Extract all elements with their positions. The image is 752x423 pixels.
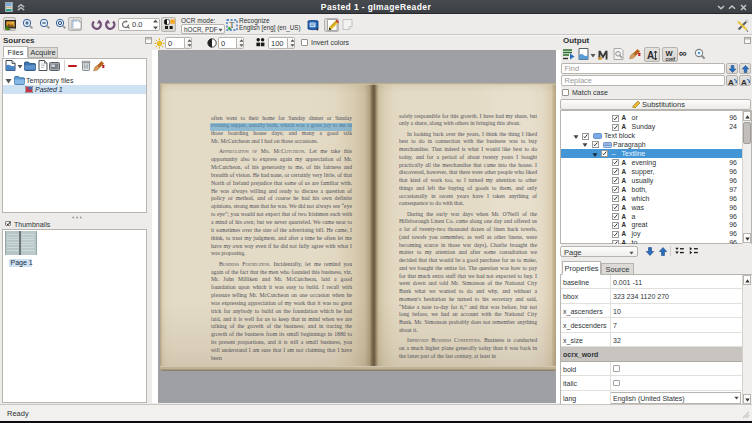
svg-text:A: A [741, 78, 747, 86]
svg-text:A: A [728, 78, 734, 86]
svg-text:conf: conf [666, 57, 676, 61]
svg-text:A: A [647, 50, 654, 61]
